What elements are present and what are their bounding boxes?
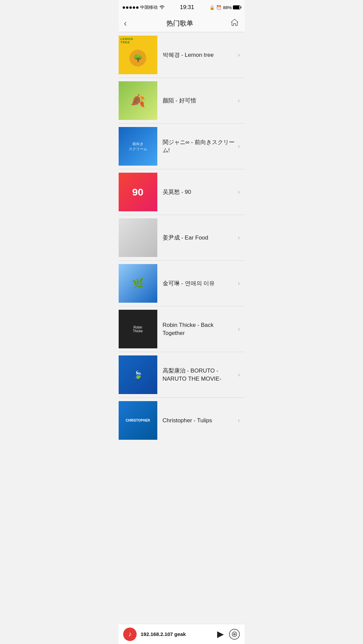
nav-bar: ‹ 热门歌单 [119, 15, 245, 32]
player-server-info: 192.168.2.107 geak [141, 631, 217, 637]
time-label: 19:31 [180, 4, 194, 11]
list-item[interactable]: 90吴莫愁 - 90› [119, 169, 245, 215]
chevron-right-icon: › [238, 97, 240, 104]
svg-point-1 [234, 634, 235, 635]
list-item[interactable]: 🍂颜陌 - 好可惜› [119, 78, 245, 124]
list-item[interactable]: 前向きスクリーム関ジャニ∞ - 前向きスクリーム!› [119, 124, 245, 169]
playlist-thumb [119, 218, 157, 257]
playlist-thumb: 🌿 [119, 264, 157, 303]
cast-button[interactable] [229, 629, 240, 640]
playlist-thumb: CHRISTOPHER [119, 401, 157, 440]
chevron-right-icon: › [238, 326, 240, 333]
signal-dots [123, 6, 138, 9]
playlist-thumb: 前向きスクリーム [119, 127, 157, 166]
playlist-title: Christopher - Tulips [163, 417, 235, 425]
list-item[interactable]: RobinThickeRobin Thicke - Back Together› [119, 306, 245, 352]
list-item[interactable]: 姜尹成 - Ear Food› [119, 215, 245, 261]
battery-icon [233, 5, 240, 9]
chevron-right-icon: › [238, 234, 240, 241]
playlist-title: 姜尹成 - Ear Food [163, 234, 235, 242]
playlist-title: 関ジャニ∞ - 前向きスクリーム! [163, 138, 235, 155]
chevron-right-icon: › [238, 371, 240, 378]
wifi-icon [159, 5, 165, 10]
playlist-title: 高梨康治 - BORUTO - NARUTO THE MOVIE- [163, 367, 235, 383]
playlist-thumb: 90 [119, 173, 157, 211]
back-button[interactable]: ‹ [124, 17, 130, 30]
playlist-title: 颜陌 - 好可惜 [163, 97, 235, 105]
carrier-label: 中国移动 [140, 4, 158, 10]
page-title: 热门歌单 [166, 19, 193, 28]
playlist-thumb: 🍃 [119, 355, 157, 394]
status-right: 🔒 ⏰ 88% [209, 5, 240, 10]
status-left: 中国移动 [123, 4, 165, 10]
player-bar: ♪ 192.168.2.107 geak ▶ [119, 624, 245, 644]
battery-percent: 88% [223, 5, 232, 10]
alarm-icon: ⏰ [216, 5, 221, 10]
status-bar: 中国移动 19:31 🔒 ⏰ 88% [119, 0, 245, 15]
playlist-title: 박혜경 - Lemon tree [163, 51, 235, 59]
playlist-title: Robin Thicke - Back Together [163, 321, 235, 337]
list-item[interactable]: LEMONTREE🌳박혜경 - Lemon tree› [119, 32, 245, 78]
lock-icon: 🔒 [209, 5, 215, 10]
list-item[interactable]: 🌿金可琳 - 연애의 이유› [119, 261, 245, 306]
playlist-thumb: RobinThicke [119, 310, 157, 348]
playlist-list: LEMONTREE🌳박혜경 - Lemon tree›🍂颜陌 - 好可惜›前向き… [119, 32, 245, 443]
list-item[interactable]: 🍃高梨康治 - BORUTO - NARUTO THE MOVIE-› [119, 352, 245, 398]
playlist-thumb: 🍂 [119, 81, 157, 120]
chevron-right-icon: › [238, 280, 240, 287]
chevron-right-icon: › [238, 188, 240, 196]
playlist-thumb: LEMONTREE🌳 [119, 36, 157, 74]
chevron-right-icon: › [238, 143, 240, 150]
home-button[interactable] [230, 18, 239, 29]
play-button[interactable]: ▶ [217, 629, 224, 639]
chevron-right-icon: › [238, 417, 240, 424]
chevron-right-icon: › [238, 51, 240, 58]
list-item[interactable]: CHRISTOPHERChristopher - Tulips› [119, 398, 245, 443]
playlist-title: 吴莫愁 - 90 [163, 188, 235, 196]
player-logo: ♪ [123, 628, 137, 641]
playlist-title: 金可琳 - 연애의 이유 [163, 280, 235, 288]
